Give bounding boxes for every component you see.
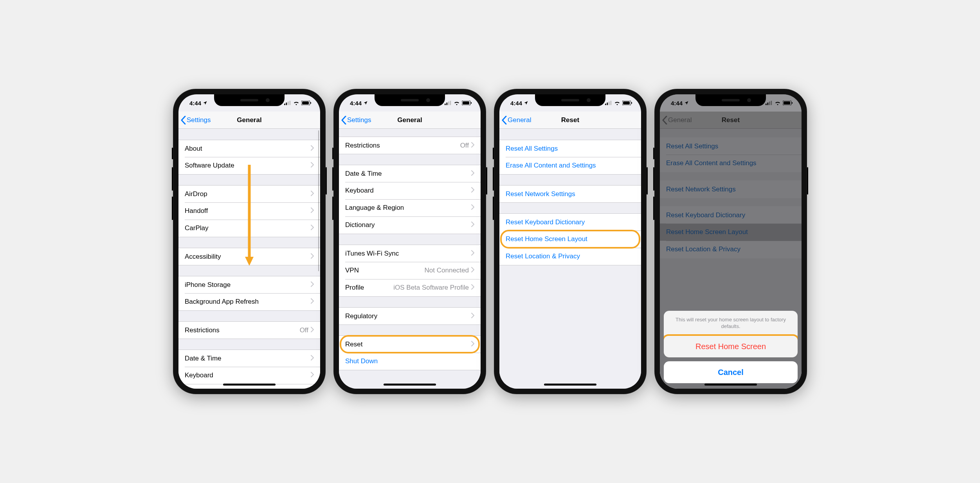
status-time: 4:44 — [189, 100, 201, 106]
chevron-right-icon — [311, 371, 314, 379]
cellular-signal-icon — [284, 101, 291, 105]
row-label: AirDrop — [185, 190, 311, 198]
settings-list[interactable]: Reset All SettingsErase All Content and … — [499, 129, 641, 389]
svg-rect-20 — [623, 101, 630, 105]
chevron-right-icon — [311, 162, 314, 169]
settings-row[interactable]: AirDrop — [178, 185, 320, 202]
location-icon — [363, 101, 368, 105]
row-label: Dictionary — [345, 221, 471, 229]
chevron-right-icon — [311, 355, 314, 362]
row-label: Restrictions — [185, 326, 300, 334]
settings-row[interactable]: Regulatory — [339, 307, 481, 324]
chevron-right-icon — [471, 250, 474, 258]
settings-row[interactable]: Language & Region — [339, 199, 481, 216]
row-label: Keyboard — [345, 187, 471, 195]
wifi-icon — [614, 101, 620, 105]
svg-rect-13 — [463, 101, 469, 105]
settings-row[interactable]: Shut Down — [339, 353, 481, 370]
status-time: 4:44 — [350, 100, 362, 106]
chevron-right-icon — [471, 187, 474, 195]
settings-row[interactable]: RestrictionsOff — [339, 137, 481, 154]
location-icon — [524, 101, 528, 105]
phone-frame-1: 4:44 — [173, 89, 326, 394]
settings-row[interactable]: Reset Keyboard Dictionary — [499, 213, 641, 231]
settings-row[interactable]: Erase All Content and Settings — [499, 157, 641, 174]
settings-row[interactable]: Keyboard — [178, 367, 320, 384]
svg-rect-17 — [609, 101, 610, 105]
row-label: Background App Refresh — [185, 298, 311, 306]
battery-icon — [301, 101, 312, 105]
svg-rect-11 — [450, 101, 451, 105]
action-sheet-group: This will reset your home screen layout … — [664, 311, 798, 357]
row-label: Reset All Settings — [506, 145, 635, 153]
settings-row[interactable]: Reset Network Settings — [499, 185, 641, 202]
home-indicator[interactable] — [223, 384, 276, 386]
nav-bar: Settings General — [339, 112, 481, 129]
notch — [695, 94, 766, 106]
row-label: Shut Down — [345, 357, 474, 365]
svg-rect-3 — [290, 101, 291, 105]
scroll-indicator — [318, 130, 319, 271]
svg-rect-9 — [447, 103, 448, 105]
settings-row[interactable]: iTunes Wi-Fi Sync — [339, 245, 481, 262]
row-label: Keyboard — [185, 371, 311, 379]
cellular-signal-icon — [605, 101, 612, 105]
chevron-right-icon — [471, 267, 474, 274]
settings-row[interactable]: Reset Location & Privacy — [499, 248, 641, 265]
chevron-right-icon — [471, 284, 474, 292]
chevron-right-icon — [311, 207, 314, 215]
row-label: Reset Home Screen Layout — [506, 235, 635, 243]
settings-row[interactable]: Background App Refresh — [178, 293, 320, 310]
chevron-right-icon — [311, 298, 314, 306]
back-button[interactable]: General — [499, 116, 531, 124]
settings-row[interactable]: CarPlay — [178, 220, 320, 237]
settings-row[interactable]: ProfileiOS Beta Software Profile — [339, 279, 481, 296]
settings-row[interactable]: Dictionary — [339, 216, 481, 234]
settings-list[interactable]: RestrictionsOffDate & TimeKeyboardLangua… — [339, 129, 481, 389]
row-label: Date & Time — [185, 355, 311, 362]
chevron-right-icon — [311, 253, 314, 261]
row-label: Reset Keyboard Dictionary — [506, 218, 635, 226]
chevron-right-icon — [471, 142, 474, 150]
chevron-right-icon — [311, 190, 314, 198]
settings-row[interactable]: Reset — [339, 335, 481, 353]
settings-row[interactable]: RestrictionsOff — [178, 321, 320, 339]
nav-bar: General Reset — [499, 112, 641, 129]
row-label: Reset Location & Privacy — [506, 252, 635, 260]
settings-row[interactable]: Reset Home Screen Layout — [499, 231, 641, 248]
settings-row[interactable]: Accessibility — [178, 248, 320, 265]
row-label: Reset Network Settings — [506, 190, 635, 198]
notch — [375, 94, 445, 106]
settings-row[interactable]: Keyboard — [339, 182, 481, 199]
svg-rect-14 — [471, 102, 472, 104]
chevron-right-icon — [311, 224, 314, 232]
settings-list[interactable]: AboutSoftware UpdateAirDropHandoffCarPla… — [178, 129, 320, 389]
back-label: Settings — [347, 116, 371, 124]
row-label: Reset — [345, 341, 471, 348]
settings-row[interactable]: Handoff — [178, 202, 320, 220]
home-indicator[interactable] — [544, 384, 596, 386]
home-indicator[interactable] — [384, 384, 436, 386]
settings-row[interactable]: Software Update — [178, 157, 320, 174]
settings-row[interactable]: Date & Time — [178, 350, 320, 367]
back-button[interactable]: Settings — [178, 116, 211, 124]
cancel-button[interactable]: Cancel — [664, 361, 798, 383]
svg-rect-1 — [286, 103, 287, 105]
chevron-right-icon — [471, 204, 474, 212]
home-indicator[interactable] — [704, 384, 757, 386]
settings-row[interactable]: VPNNot Connected — [339, 262, 481, 279]
wifi-icon — [454, 101, 460, 105]
phone-gallery: 4:44 — [173, 89, 807, 394]
row-label: About — [185, 145, 311, 153]
back-label: Settings — [187, 116, 211, 124]
chevron-right-icon — [471, 341, 474, 348]
settings-row[interactable]: Date & Time — [339, 165, 481, 182]
back-button[interactable]: Settings — [339, 116, 371, 124]
settings-row[interactable]: Reset All Settings — [499, 140, 641, 157]
reset-home-screen-button[interactable]: Reset Home Screen — [664, 335, 798, 357]
row-label: Accessibility — [185, 253, 311, 261]
action-sheet-message: This will reset your home screen layout … — [664, 311, 798, 335]
settings-row[interactable]: About — [178, 140, 320, 157]
row-label: Software Update — [185, 162, 311, 169]
settings-row[interactable]: iPhone Storage — [178, 276, 320, 293]
